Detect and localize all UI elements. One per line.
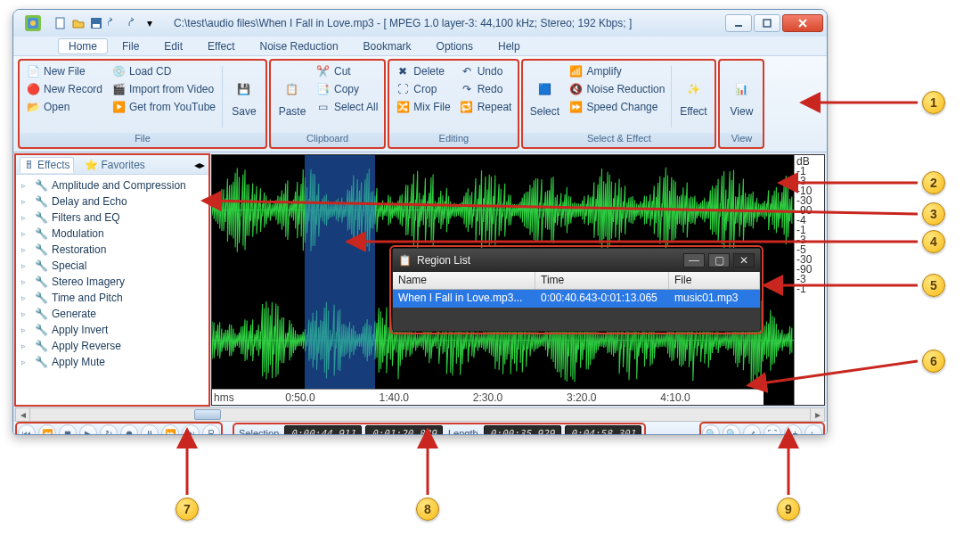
crop-button[interactable]: ⛶Crop [391, 80, 454, 98]
maximize-button[interactable] [754, 14, 780, 32]
select-all-button[interactable]: ▭Select All [312, 98, 382, 116]
expand-icon[interactable]: ▹ [21, 197, 30, 206]
expand-icon[interactable]: ▹ [21, 229, 30, 238]
callout-8: 8 [416, 498, 439, 521]
tree-item-generate[interactable]: ▹🔧Generate [18, 306, 207, 322]
menu-options[interactable]: Options [426, 38, 484, 54]
zoom-full-button[interactable]: ⛶ [764, 424, 781, 435]
effect-category-icon: 🔧 [34, 323, 48, 337]
menu-effect[interactable]: Effect [197, 38, 245, 54]
selection-highlight[interactable] [305, 155, 374, 395]
qat-open-icon[interactable] [70, 15, 86, 31]
skip-start-button[interactable]: ⏮ [18, 424, 36, 435]
qat-dropdown-icon[interactable]: ▾ [142, 15, 158, 31]
fast-forward-button[interactable]: ⏩ [161, 424, 179, 435]
close-button[interactable] [782, 14, 823, 32]
zoom-sel-button[interactable]: ⤢ [743, 424, 761, 435]
tree-item-delay-and-echo[interactable]: ▹🔧Delay and Echo [18, 193, 207, 210]
horizontal-scrollbar[interactable]: ◂ ▸ [15, 407, 825, 422]
menu-help[interactable]: Help [487, 38, 531, 54]
play-loop-button[interactable]: ↻ [100, 424, 118, 435]
skip-end-button[interactable]: ⏭ [182, 424, 200, 435]
tree-item-apply-invert[interactable]: ▹🔧Apply Invert [18, 322, 207, 338]
region-close-button[interactable]: ✕ [733, 253, 755, 267]
tree-item-filters-and-eq[interactable]: ▹🔧Filters and EQ [18, 210, 207, 226]
expand-icon[interactable]: ▹ [21, 325, 30, 334]
zoom-in-button[interactable]: 🔍 [702, 424, 720, 435]
expand-icon[interactable]: ▹ [21, 293, 30, 302]
expand-icon[interactable]: ▹ [21, 181, 30, 190]
get-youtube-button[interactable]: ▶️Get from YouTube [107, 98, 220, 116]
tree-item-apply-reverse[interactable]: ▹🔧Apply Reverse [18, 338, 207, 354]
new-record-button[interactable]: 🔴New Record [21, 80, 107, 98]
load-cd-button[interactable]: 💿Load CD [107, 62, 220, 80]
stop-button[interactable]: ⏹ [59, 424, 77, 435]
play-button[interactable]: ▶ [79, 424, 97, 435]
mix-file-button[interactable]: 🔀Mix File [391, 98, 454, 116]
expand-icon[interactable]: ▹ [21, 277, 30, 286]
menu-file[interactable]: File [111, 38, 150, 54]
select-button[interactable]: 🟦Select [525, 62, 564, 131]
tree-item-amplitude-and-compression[interactable]: ▹🔧Amplitude and Compression [18, 177, 207, 193]
region-titlebar[interactable]: 📋 Region List — ▢ ✕ [393, 249, 760, 272]
tab-favorites[interactable]: ⭐Favorites [81, 158, 148, 172]
menu-noise-reduction[interactable]: Noise Reduction [249, 38, 349, 54]
speed-change-button[interactable]: ⏩Speed Change [564, 98, 669, 116]
expand-icon[interactable]: ▹ [21, 213, 30, 222]
app-window: ▾ C:\test\audio files\When I Fall in Lov… [12, 9, 828, 435]
tree-item-special[interactable]: ▹🔧Special [18, 258, 207, 274]
expand-icon[interactable]: ▹ [21, 309, 30, 318]
copy-button[interactable]: 📑Copy [312, 80, 382, 98]
sidebar-collapse-icon[interactable]: ◂▸ [194, 159, 205, 171]
menu-home[interactable]: Home [58, 38, 108, 54]
cut-button[interactable]: ✂️Cut [312, 62, 382, 80]
redo-button[interactable]: ↷Redo [455, 80, 517, 98]
view-button[interactable]: 📊View [722, 62, 761, 131]
region-max-button[interactable]: ▢ [708, 253, 730, 267]
tree-item-modulation[interactable]: ▹🔧Modulation [18, 226, 207, 242]
record-button[interactable]: ⏺ [120, 424, 138, 435]
tree-item-time-and-pitch[interactable]: ▹🔧Time and Pitch [18, 290, 207, 306]
open-button[interactable]: 📂Open [21, 98, 107, 116]
zoom-in-v-button[interactable]: ↕+ [784, 424, 802, 435]
paste-button[interactable]: 📋Paste [273, 62, 312, 131]
qat-undo-icon[interactable] [106, 15, 122, 31]
scroll-right-icon[interactable]: ▸ [810, 408, 824, 421]
repeat-button[interactable]: 🔁Repeat [455, 98, 517, 116]
rewind-button[interactable]: ⏪ [38, 424, 56, 435]
timeline-ruler[interactable]: hms 0:50.0 1:40.0 2:30.0 3:20.0 4:10.0 [212, 389, 764, 405]
zoom-out-button[interactable]: 🔍 [723, 424, 740, 435]
scroll-left-icon[interactable]: ◂ [16, 408, 30, 421]
undo-button[interactable]: ↶Undo [455, 62, 517, 80]
qat-save-icon[interactable] [88, 15, 104, 31]
qat-new-icon[interactable] [53, 15, 69, 31]
tab-effects[interactable]: 🎚Effects [20, 157, 74, 173]
tree-item-restoration[interactable]: ▹🔧Restoration [18, 242, 207, 258]
import-video-button[interactable]: 🎬Import from Video [107, 80, 220, 98]
expand-icon[interactable]: ▹ [21, 358, 30, 366]
qat-redo-icon[interactable] [124, 15, 140, 31]
effect-button[interactable]: ✨Effect [674, 62, 713, 131]
new-file-button[interactable]: 📄New File [21, 62, 107, 80]
menu-bookmark[interactable]: Bookmark [353, 38, 422, 54]
save-button[interactable]: 💾Save [225, 62, 264, 131]
scrollbar-thumb[interactable] [194, 409, 221, 420]
expand-icon[interactable]: ▹ [21, 245, 30, 254]
region-min-button[interactable]: — [683, 253, 705, 267]
minimize-button[interactable] [725, 14, 752, 32]
noise-reduction-button[interactable]: 🔇Noise Reduction [564, 80, 669, 98]
region-row[interactable]: When I Fall in Love.mp3... 0:00:40.643-0… [393, 290, 760, 308]
delete-button[interactable]: ✖Delete [391, 62, 454, 80]
zoom-out-v-button[interactable]: ↕- [804, 424, 822, 435]
repeat-R-button[interactable]: R [202, 424, 220, 435]
expand-icon[interactable]: ▹ [21, 341, 30, 350]
tree-item-stereo-imagery[interactable]: ▹🔧Stereo Imagery [18, 274, 207, 290]
newfile-icon: 📄 [26, 64, 40, 78]
amplify-button[interactable]: 📶Amplify [564, 62, 669, 80]
callout-4: 4 [922, 230, 945, 253]
tree-item-apply-mute[interactable]: ▹🔧Apply Mute [18, 354, 207, 370]
expand-icon[interactable]: ▹ [21, 261, 30, 270]
region-list-window[interactable]: 📋 Region List — ▢ ✕ Name Time File When … [392, 248, 761, 332]
pause-button[interactable]: ⏸ [141, 424, 159, 435]
menu-edit[interactable]: Edit [153, 38, 193, 54]
